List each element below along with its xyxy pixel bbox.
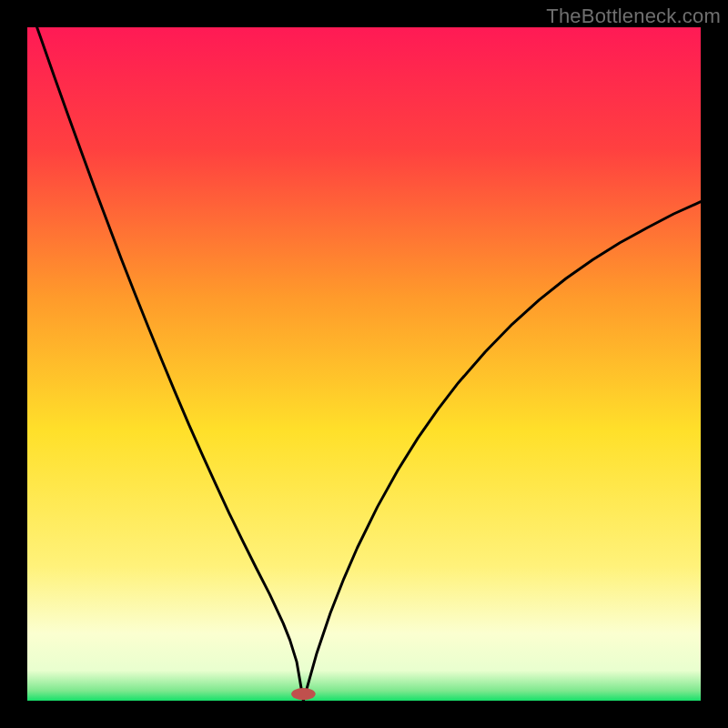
chart-svg — [27, 27, 701, 701]
watermark-text: TheBottleneck.com — [546, 5, 721, 28]
plot-background — [27, 27, 701, 701]
chart-stage: TheBottleneck.com — [0, 0, 728, 728]
min-marker — [291, 688, 316, 700]
